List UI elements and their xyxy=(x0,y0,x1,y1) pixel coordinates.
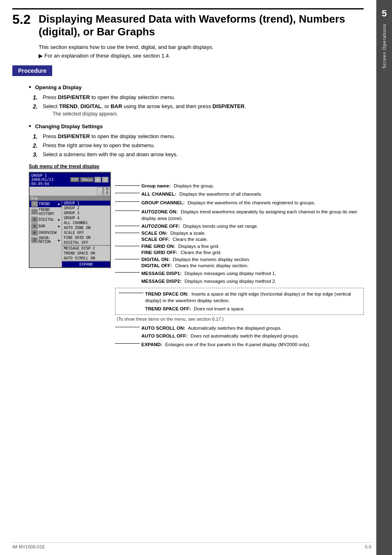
opening-display-heading: • Opening a Display xyxy=(29,83,364,91)
footer-left: IM MV1000-01E xyxy=(12,544,45,549)
annot-line xyxy=(115,327,140,327)
annotation-auto-scroll-on: AUTO SCROLL ON: Automatically switches t… xyxy=(115,325,364,331)
annot-line xyxy=(119,293,143,293)
annotation-trend-space-box: TREND SPACE ON: Inserts a space at the r… xyxy=(115,288,364,315)
diagram-section: Sub menu of the trend display GROUP 1 20… xyxy=(29,164,364,350)
bullet-dot: • xyxy=(29,83,31,90)
annotation-msg-disp2: MESSAGE DISP2: Displays messages using d… xyxy=(141,278,364,284)
step-number: 2. xyxy=(33,142,41,149)
annotations-panel: Group name: Displays the group. ALL CHAN… xyxy=(115,172,364,350)
step-number: 3. xyxy=(33,151,41,158)
annotation-digital-off: DIGITAL OFF: Clears the numeric display … xyxy=(141,263,364,268)
opening-display-section: • Opening a Display 1. Press DISP/ENTER … xyxy=(29,83,364,117)
annotation-trend-space-off: TREND SPACE OFF: Does not insert a space… xyxy=(145,305,360,312)
annot-line xyxy=(115,272,140,273)
menu-item[interactable]: # DIGITAL ▶ xyxy=(30,216,62,223)
bullet-dot: • xyxy=(29,123,31,130)
menu-header-left: GROUP 1 2008/01/23 04:49:04 xyxy=(31,173,70,186)
section-header: 5.2 Displaying Measured Data with Wavefo… xyxy=(12,8,364,38)
menu-right-item[interactable]: SCALE OFF xyxy=(62,230,110,235)
menu-right-item[interactable]: FINE GRID ON xyxy=(62,235,110,240)
step-text: Select a submenu item with the up and do… xyxy=(43,151,364,157)
annot-line xyxy=(115,343,140,344)
annotation-autozone-off: AUTOZONE OFF: Displays trends using the … xyxy=(115,224,364,229)
annot-line xyxy=(115,259,140,259)
info-icon: ℹ xyxy=(31,237,38,243)
annotation-msg-disp1: MESSAGE DISP1: Displays messages using d… xyxy=(115,270,364,277)
menu-right-item[interactable]: GROUP 3 xyxy=(62,210,110,215)
step-text: Press the right arrow key to open the su… xyxy=(43,142,364,148)
step-text: Press DISP/ENTER to open the display sel… xyxy=(43,133,364,139)
intro-note: ▶ For an explanation of these displays, … xyxy=(39,53,364,59)
list-item: 2. Press the right arrow key to open the… xyxy=(33,142,364,149)
annotation-all-channel: ALL CHANNEL: Displays the waveforms of a… xyxy=(115,191,364,197)
section-title: Displaying Measured Data with Waveforms … xyxy=(39,13,364,38)
changing-display-steps: 1. Press DISP/ENTER to open the display … xyxy=(33,133,364,158)
section-number: 5.2 xyxy=(12,13,33,26)
list-item: 1. Press DISP/ENTER to open the display … xyxy=(33,133,364,140)
annotation-auto-scroll-off: AUTO SCROLL OFF: Does not automatically … xyxy=(141,333,364,339)
menu-right-item[interactable]: GROUP 2 xyxy=(62,206,110,210)
changing-display-heading: • Changing Display Settings xyxy=(29,123,364,130)
menu-item[interactable]: ⊞ OVERVIEW xyxy=(30,229,62,236)
annot-line xyxy=(115,246,140,246)
menu-right-col: GROUP 1 GROUP 2 GROUP 3 GROUP 4 ALL CHAN… xyxy=(62,201,110,267)
sidebar-chapter-label: Screen Operations xyxy=(382,24,387,69)
menu-item[interactable]: ~~ TREND HISTORY xyxy=(30,207,62,216)
trend-space-note: (To show these items on the menu, see se… xyxy=(117,317,364,321)
menu-item[interactable]: ℹ INFOR-MATION ▶ xyxy=(30,236,62,244)
page-footer: IM MV1000-01E 5-5 xyxy=(12,542,371,549)
menu-right-item[interactable]: AUTO SCROLL ON xyxy=(62,256,110,261)
menu-right-item[interactable]: MESSAGE DISP 2 xyxy=(62,246,110,251)
menu-right-item[interactable]: TREND SPACE ON xyxy=(62,251,110,256)
step-text: Press DISP/ENTER to open the display sel… xyxy=(43,94,364,100)
procedure-label: Procedure xyxy=(12,65,52,76)
menu-sub-header: Exp xyxy=(30,196,110,201)
annot-line xyxy=(115,201,140,202)
annotation-group-channel: GROUP CHANNEL: Displays the waveforms of… xyxy=(115,199,364,206)
menu-item[interactable]: ▮ BAR ▶ xyxy=(30,223,62,229)
digital-icon: # xyxy=(31,217,38,222)
menu-item[interactable]: 〜 TREND ▶ xyxy=(30,201,62,207)
menu-right-item[interactable]: GROUP 4 xyxy=(62,215,110,220)
menu-right-item[interactable]: AUTO ZONE ON xyxy=(62,225,110,230)
menu-screenshot: GROUP 1 2008/01/23 04:49:04 DSP 50min ⊙ … xyxy=(29,172,111,268)
annotation-scale-off: SCALE OFF: Clears the scale. xyxy=(141,237,364,242)
diagram-wrapper: GROUP 1 2008/01/23 04:49:04 DSP 50min ⊙ … xyxy=(29,172,364,350)
annotation-fine-grid-off: FINE GRID OFF: Clears the fine grid. xyxy=(141,250,364,255)
menu-left-col: 〜 TREND ▶ ~~ TREND HISTORY # DIGITAL xyxy=(30,201,62,267)
annotation-digital-on: DIGITAL ON: Displays the numeric display… xyxy=(115,257,364,262)
step-number: 1. xyxy=(33,133,41,140)
step-text: Select TREND, DIGITAL, or BAR using the … xyxy=(43,103,364,117)
annotation-group-name: Group name: Displays the group. xyxy=(115,183,364,188)
menu-right-item[interactable]: DIGITAL OFF xyxy=(62,240,110,245)
history-icon: ~~ xyxy=(31,209,38,215)
menu-header-right: DSP 50min ⊙ ↕ xyxy=(70,177,108,183)
right-sidebar: 5 Screen Operations xyxy=(376,0,392,555)
menu-expand-item[interactable]: EXPAND xyxy=(62,261,110,267)
annot-line xyxy=(115,185,140,186)
bar-icon: ▮ xyxy=(31,223,38,229)
annot-line xyxy=(115,226,140,226)
intro-text: This section explains how to use the tre… xyxy=(39,44,364,50)
sub-note: The selected display appears. xyxy=(53,111,364,117)
note-text: For an explanation of these displays, se… xyxy=(44,53,170,59)
annotation-expand: EXPAND: Enlarges one of the four panels … xyxy=(115,341,364,348)
annot-line xyxy=(115,193,140,193)
step-number: 1. xyxy=(33,94,41,101)
trend-icon: 〜 xyxy=(31,201,38,207)
menu-right-item[interactable]: ALL CHANNEL xyxy=(62,220,110,225)
annotation-autozone-on: AUTOZONE ON: Displays trend waveforms se… xyxy=(115,208,364,222)
annotation-trend-space-on: TREND SPACE ON: Inserts a space at the r… xyxy=(119,291,360,304)
sidebar-chapter-number: 5 xyxy=(382,8,387,19)
menu-header: GROUP 1 2008/01/23 04:49:04 DSP 50min ⊙ … xyxy=(30,173,110,187)
menu-right-item[interactable]: GROUP 1 xyxy=(62,201,110,206)
header-icon-2: ↕ xyxy=(102,177,108,183)
annot-line xyxy=(115,210,140,211)
overview-icon: ⊞ xyxy=(31,230,38,236)
changing-display-section: • Changing Display Settings 1. Press DIS… xyxy=(29,123,364,158)
list-item: 2. Select TREND, DIGITAL, or BAR using t… xyxy=(33,103,364,117)
list-item: 3. Select a submenu item with the up and… xyxy=(33,151,364,158)
menu-body: 〜 TREND ▶ ~~ TREND HISTORY # DIGITAL xyxy=(30,201,110,267)
list-item: 1. Press DISP/ENTER to open the display … xyxy=(33,94,364,101)
